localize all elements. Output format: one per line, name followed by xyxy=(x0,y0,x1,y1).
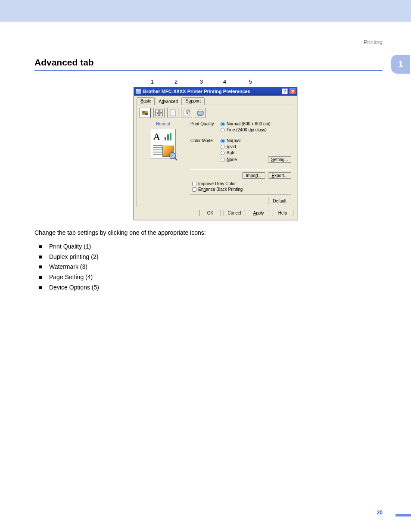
watermark-icon[interactable]: A xyxy=(167,108,178,118)
radio-cm-normal[interactable]: Normal xyxy=(221,138,291,143)
chapter-badge: 1 xyxy=(391,55,410,74)
radio-normal-600[interactable]: Normal (600 x 600 dpi) xyxy=(221,121,271,126)
close-icon[interactable]: ✕ xyxy=(290,88,296,94)
radio-cm-none[interactable]: None xyxy=(221,157,265,162)
svg-rect-11 xyxy=(197,112,203,115)
dialog-window: Brother MFC-XXXX Printer Printing Prefer… xyxy=(134,87,297,220)
callout-row: 1 2 3 4 5 xyxy=(116,78,383,87)
section-title-text: Advanced tab xyxy=(34,57,94,67)
titlebar: Brother MFC-XXXX Printer Printing Prefer… xyxy=(134,87,297,96)
icon-bar: AB A A xyxy=(140,108,291,118)
ok-button[interactable]: OK xyxy=(199,210,221,216)
apply-button[interactable]: Apply xyxy=(248,210,269,216)
dialog-title: Brother MFC-XXXX Printer Printing Prefer… xyxy=(143,89,280,94)
callout-2: 2 xyxy=(174,78,177,85)
list-item: Device Options (5) xyxy=(39,283,383,293)
radio-cm-auto[interactable]: Auto xyxy=(221,150,291,155)
print-quality-icon[interactable] xyxy=(140,108,151,118)
checkbox-improve-gray[interactable]: Improve Gray Color xyxy=(192,181,291,186)
top-band xyxy=(0,0,411,22)
separator xyxy=(190,194,291,195)
svg-rect-16 xyxy=(170,133,171,140)
svg-text:B: B xyxy=(160,111,162,115)
svg-text:A: A xyxy=(185,110,189,115)
list-item: Page Setting (4) xyxy=(39,272,383,283)
callout-3: 3 xyxy=(200,78,203,85)
svg-rect-14 xyxy=(165,137,166,140)
svg-text:A: A xyxy=(156,111,159,115)
svg-rect-1 xyxy=(142,111,145,113)
list-item: Print Quality (1) xyxy=(39,242,383,252)
separator xyxy=(190,169,291,170)
footer-color-tab xyxy=(395,514,411,516)
svg-rect-15 xyxy=(167,134,169,140)
svg-line-18 xyxy=(174,158,177,160)
setting-button[interactable]: Setting... xyxy=(268,156,291,163)
tab-basic-rest: asic xyxy=(143,99,151,103)
tab-advanced[interactable]: Advanced xyxy=(155,98,181,105)
svg-rect-13 xyxy=(198,115,202,116)
callout-1: 1 xyxy=(151,78,154,85)
printer-icon xyxy=(135,88,141,94)
page-setting-icon[interactable]: A xyxy=(181,108,192,118)
preview-mode-label: Normal xyxy=(156,121,170,126)
svg-rect-12 xyxy=(199,110,202,112)
duplex-icon[interactable]: AB xyxy=(153,108,165,118)
callout-5: 5 xyxy=(249,78,252,85)
list-item: Duplex printing (2) xyxy=(39,252,383,262)
list-item: Watermark (3) xyxy=(39,262,383,272)
preview-letter: A xyxy=(153,131,160,143)
default-button[interactable]: Default xyxy=(268,198,291,204)
radio-fine-2400[interactable]: Fine (2400 dpi class) xyxy=(221,128,271,132)
radio-cm-vivid[interactable]: Vivid xyxy=(221,144,291,149)
svg-point-17 xyxy=(169,152,175,159)
svg-rect-2 xyxy=(145,113,148,115)
device-options-icon[interactable] xyxy=(195,108,206,118)
section-title: Advanced tab 1 xyxy=(34,57,383,71)
help-button[interactable]: Help xyxy=(272,210,293,216)
cancel-button[interactable]: Cancel xyxy=(224,210,245,216)
import-button[interactable]: Import... xyxy=(242,172,265,179)
tab-support[interactable]: Support xyxy=(182,97,205,105)
callout-4: 4 xyxy=(223,78,226,85)
tab-basic[interactable]: Basic xyxy=(137,97,155,105)
checkbox-enhance-black[interactable]: Enhance Black Printing xyxy=(192,187,291,192)
magnifier-icon xyxy=(168,152,178,161)
preview-text-lines xyxy=(153,145,162,156)
page-number: 20 xyxy=(377,510,383,516)
preview-chart-icon xyxy=(164,131,174,141)
print-quality-label: Print Quality xyxy=(190,121,221,126)
intro-text: Change the tab settings by clicking one … xyxy=(34,228,383,238)
preview-thumbnail: A xyxy=(150,129,176,159)
help-icon[interactable]: ? xyxy=(282,88,288,94)
header-category: Printing xyxy=(34,39,383,45)
color-mode-label: Color Mode xyxy=(190,138,221,143)
export-button[interactable]: Export... xyxy=(268,172,291,179)
